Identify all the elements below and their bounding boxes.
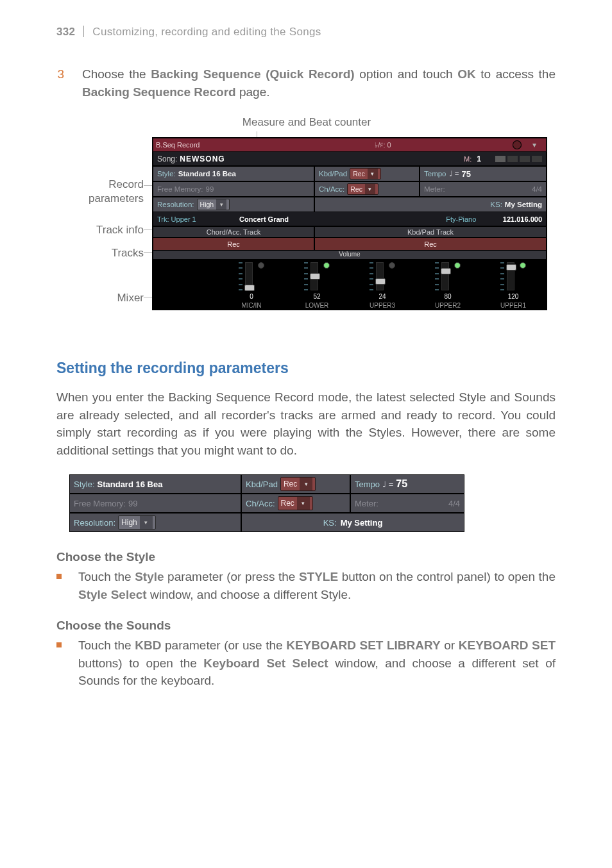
chacc-parameter[interactable]: Ch/Acc: Rec▾ xyxy=(314,181,420,197)
kbdpad-parameter[interactable]: Kbd/Pad Rec▾ xyxy=(314,166,420,181)
channel-volume-value: 24 xyxy=(378,293,386,301)
meter-parameter: Meter: 4/4 xyxy=(420,181,547,197)
slider-thumb[interactable] xyxy=(375,278,386,285)
volume-slider[interactable] xyxy=(507,262,514,290)
label-track-info: Track info xyxy=(96,224,144,237)
bullet-icon xyxy=(56,642,62,647)
channel-volume-value: 80 xyxy=(444,293,451,301)
measure-counter: M: 1 xyxy=(464,154,542,163)
record-parameters-grid: Style: Standard 16 Bea Kbd/Pad Rec▾ Temp… xyxy=(153,166,547,212)
mixer-channel[interactable]: 120UPPER1 xyxy=(480,260,546,309)
kbdpad-rec-state[interactable]: Rec xyxy=(314,238,547,251)
chord-acc-rec-state[interactable]: Rec xyxy=(153,238,314,251)
slider-thumb[interactable] xyxy=(310,273,320,280)
song-name[interactable]: NEWSONG xyxy=(180,154,225,163)
channel-led-icon xyxy=(389,262,395,269)
volume-ticks-icon xyxy=(304,262,308,290)
track-info-row: Trk: Upper 1 Concert Grand Fty-Piano 121… xyxy=(153,212,547,226)
keyboard-set-parameter[interactable]: KS: My Setting xyxy=(241,513,464,532)
slider-thumb[interactable] xyxy=(441,268,451,274)
step-number: 3 xyxy=(56,65,64,83)
channel-volume-value: 120 xyxy=(508,293,519,301)
keyboard-set-parameter[interactable]: KS: My Setting xyxy=(314,197,547,212)
page-number: 332 xyxy=(56,26,75,38)
figure-settings-strip: Style: Standard 16 Bea Kbd/Pad Rec▾ Temp… xyxy=(69,474,464,532)
panel-menu-button[interactable]: ▾ xyxy=(525,140,543,149)
volume-slider[interactable] xyxy=(310,262,318,290)
section-heading: Setting the recording parameters xyxy=(56,360,556,377)
resolution-select[interactable]: High▾ xyxy=(197,199,230,210)
chacc-rec-select[interactable]: Rec▾ xyxy=(347,183,378,195)
resolution-parameter[interactable]: Resolution: High▾ xyxy=(69,513,241,532)
volume-ticks-icon xyxy=(370,262,373,290)
song-label: Song: xyxy=(157,154,177,163)
meter-parameter: Meter: 4/4 xyxy=(350,494,464,513)
slider-thumb[interactable] xyxy=(506,264,516,271)
resolution-select[interactable]: High▾ xyxy=(118,515,156,530)
step-text: Choose the Backing Sequence (Quick Recor… xyxy=(82,65,556,101)
label-tracks: Tracks xyxy=(112,247,144,260)
beat-indicator xyxy=(495,156,542,162)
channel-led-icon xyxy=(454,262,461,269)
track-name: Trk: Upper 1 xyxy=(157,215,239,223)
style-parameter[interactable]: Style: Standard 16 Bea xyxy=(69,474,241,494)
style-parameter[interactable]: Style: Standard 16 Bea xyxy=(153,166,314,181)
tempo-parameter[interactable]: Tempo ♩ = 75 xyxy=(420,166,547,181)
channel-volume-value: 52 xyxy=(313,293,320,301)
channel-name: LOWER xyxy=(305,302,329,309)
subheading-choose-sounds: Choose the Sounds xyxy=(56,619,556,633)
volume-ticks-icon xyxy=(239,262,242,290)
mixer-channel[interactable]: 24UPPER3 xyxy=(350,260,415,309)
volume-slider[interactable] xyxy=(245,262,253,290)
label-mixer: Mixer xyxy=(117,292,144,305)
kbdpad-rec-select[interactable]: Rec▾ xyxy=(350,168,381,179)
channel-led-icon xyxy=(323,262,330,269)
header-divider xyxy=(83,26,84,37)
tracks-row: Chord/Acc. Track Rec Kbd/Pad Track Rec xyxy=(153,226,547,251)
leader-line xyxy=(144,252,153,253)
channel-volume-value: 0 xyxy=(250,293,253,301)
mixer-channels: 0MIC/IN52LOWER24UPPER380UPPER2120UPPER1 xyxy=(153,260,546,309)
chord-acc-track-header: Chord/Acc. Track xyxy=(153,226,314,238)
free-memory-parameter: Free Memory: 99 xyxy=(69,494,241,513)
resolution-parameter[interactable]: Resolution: High▾ xyxy=(153,197,314,212)
running-header: 332 Customizing, recording and editing t… xyxy=(56,26,556,38)
chacc-rec-select[interactable]: Rec▾ xyxy=(278,496,313,510)
volume-ticks-icon xyxy=(500,262,504,290)
chevron-down-icon: ▾ xyxy=(365,184,375,194)
tempo-parameter[interactable]: Tempo ♩ = 75 xyxy=(350,474,464,494)
mixer-section: Volume 0MIC/IN52LOWER24UPPER380UPPER2120… xyxy=(153,251,547,310)
track-sound: Concert Grand xyxy=(239,215,420,223)
bullet-text: Touch the KBD parameter (or use the KEYB… xyxy=(78,637,556,690)
song-row: Song: NEWSONG M: 1 xyxy=(153,152,547,166)
numbered-step: 3 Choose the Backing Sequence (Quick Rec… xyxy=(56,65,556,101)
mixer-channel[interactable]: 0MIC/IN xyxy=(219,260,284,309)
bullet-text: Touch the Style parameter (or press the … xyxy=(78,568,556,603)
volume-ticks-icon xyxy=(435,262,439,290)
chevron-down-icon: ▾ xyxy=(140,516,153,529)
mixer-channel[interactable]: 80UPPER2 xyxy=(415,260,480,309)
mixer-channel[interactable]: 52LOWER xyxy=(284,260,350,309)
figure-bseq-record: Measure and Beat counter Record paramete… xyxy=(56,116,557,321)
section-paragraph: When you enter the Backing Sequence Reco… xyxy=(56,388,556,459)
chevron-down-icon: ▾ xyxy=(297,497,310,510)
label-record-parameters: Record parameters xyxy=(89,178,144,206)
kbdpad-parameter[interactable]: Kbd/Pad Rec▾ xyxy=(241,474,350,494)
chacc-parameter[interactable]: Ch/Acc: Rec▾ xyxy=(241,494,350,513)
subheading-choose-style: Choose the Style xyxy=(56,550,556,564)
volume-slider[interactable] xyxy=(376,262,384,290)
chevron-down-icon: ▾ xyxy=(216,199,226,210)
bullet-icon xyxy=(56,574,62,579)
slider-thumb[interactable] xyxy=(244,285,255,291)
track-family: Fty-Piano xyxy=(420,215,503,223)
channel-name: MIC/IN xyxy=(241,302,261,309)
volume-slider[interactable] xyxy=(441,262,449,290)
leader-line xyxy=(144,297,153,297)
free-memory-parameter: Free Memory: 99 xyxy=(153,181,314,197)
kbdpad-track-header: Kbd/Pad Track xyxy=(314,226,547,238)
chevron-down-icon: ▾ xyxy=(368,169,378,179)
kbdpad-rec-select[interactable]: Rec▾ xyxy=(280,477,316,491)
channel-name: UPPER1 xyxy=(500,302,526,309)
record-indicator-icon xyxy=(513,140,522,149)
volume-label: Volume xyxy=(153,251,546,260)
